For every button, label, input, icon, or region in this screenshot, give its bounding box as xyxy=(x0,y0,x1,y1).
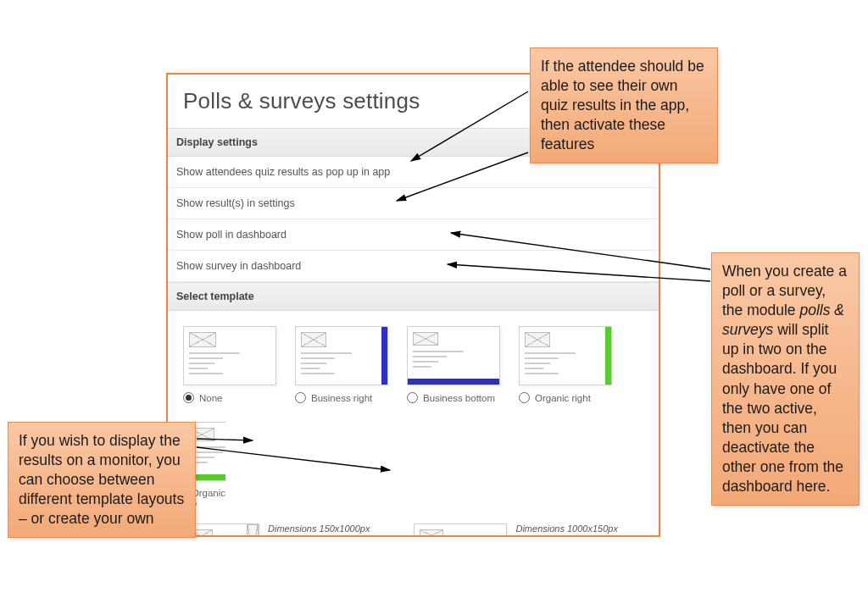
setting-results-in-settings[interactable]: Show result(s) in settings xyxy=(168,188,659,219)
callout-top: If the attendee should be able to see th… xyxy=(530,47,718,163)
callout-text: If you wish to display the results on a … xyxy=(19,432,184,527)
callout-right: When you create a poll or a survey, the … xyxy=(711,252,860,506)
template-label: Organic right xyxy=(535,393,591,403)
dimension-text: Dimensions 150x1000px xyxy=(268,523,370,535)
template-grid-custom: tom right Dimensions 150x1000px JPG, JPE… xyxy=(183,523,643,537)
dimension-text: Dimensions 1000x150px xyxy=(515,523,617,535)
template-custom-bottom[interactable]: Custom bottom Dimensions 1000x150px JPG,… xyxy=(414,523,617,537)
template-business-bottom-radio[interactable]: Business bottom xyxy=(407,392,500,403)
custom-bottom-upload: Dimensions 1000x150px JPG, JPEG, PNG ↥Up… xyxy=(515,523,617,537)
callout-text: If the attendee should be able to see th… xyxy=(541,58,704,152)
template-organic-right[interactable]: Organic right xyxy=(519,326,612,403)
template-organic-right-radio[interactable]: Organic right xyxy=(519,392,612,403)
radio-icon xyxy=(407,392,418,403)
template-label: None xyxy=(199,393,223,403)
setting-poll-dashboard[interactable]: Show poll in dashboard xyxy=(168,219,659,251)
template-grid: None Business right xyxy=(183,326,643,508)
radio-icon xyxy=(519,392,530,403)
template-business-right[interactable]: Business right xyxy=(295,326,388,403)
template-label: Business right xyxy=(311,393,372,403)
template-none-radio[interactable]: None xyxy=(183,392,276,403)
template-custom-right[interactable]: tom right Dimensions 150x1000px JPG, JPE… xyxy=(183,523,370,537)
radio-icon xyxy=(183,392,194,403)
custom-right-upload: Dimensions 150x1000px JPG, JPEG, PNG ↥Up… xyxy=(268,523,370,537)
radio-icon xyxy=(295,392,306,403)
section-select-template: Select template xyxy=(168,282,659,311)
template-none[interactable]: None xyxy=(183,326,276,403)
callout-left: If you wish to display the results on a … xyxy=(8,422,196,538)
callout-text-b: will split up in two on the dashboard. I… xyxy=(722,321,843,495)
template-business-bottom[interactable]: Business bottom xyxy=(407,326,500,403)
template-business-right-radio[interactable]: Business right xyxy=(295,392,388,403)
template-label: Business bottom xyxy=(423,393,495,403)
setting-survey-dashboard[interactable]: Show survey in dashboard xyxy=(168,251,659,282)
template-label: Organic b xyxy=(192,488,225,508)
